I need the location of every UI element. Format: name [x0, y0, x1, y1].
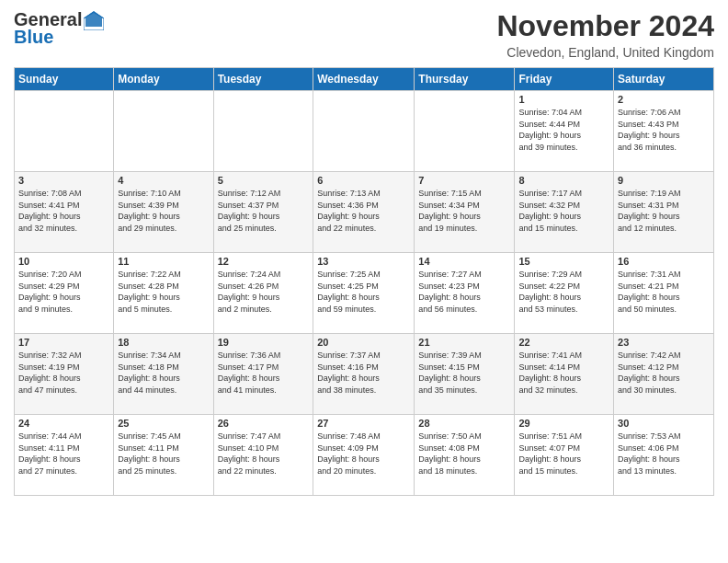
calendar-week-3: 17Sunrise: 7:32 AM Sunset: 4:19 PM Dayli…: [15, 334, 714, 415]
day-number: 20: [317, 337, 410, 348]
logo: General Blue: [14, 9, 104, 48]
calendar-cell: 17Sunrise: 7:32 AM Sunset: 4:19 PM Dayli…: [15, 334, 114, 415]
header-tuesday: Tuesday: [213, 68, 313, 91]
calendar-cell: 24Sunrise: 7:44 AM Sunset: 4:11 PM Dayli…: [15, 415, 114, 496]
day-number: 21: [418, 337, 510, 348]
day-info: Sunrise: 7:10 AM Sunset: 4:39 PM Dayligh…: [118, 188, 209, 234]
day-number: 17: [18, 337, 109, 348]
day-info: Sunrise: 7:12 AM Sunset: 4:37 PM Dayligh…: [218, 188, 310, 234]
calendar-cell: 11Sunrise: 7:22 AM Sunset: 4:28 PM Dayli…: [114, 253, 213, 334]
day-number: 18: [118, 337, 209, 348]
day-number: 26: [218, 418, 310, 429]
day-number: 12: [218, 256, 310, 267]
day-number: 9: [618, 175, 710, 186]
day-number: 23: [618, 337, 710, 348]
calendar-cell: 26Sunrise: 7:47 AM Sunset: 4:10 PM Dayli…: [213, 415, 313, 496]
calendar-week-2: 10Sunrise: 7:20 AM Sunset: 4:29 PM Dayli…: [15, 253, 714, 334]
day-number: 4: [118, 175, 209, 186]
calendar-cell: 15Sunrise: 7:29 AM Sunset: 4:22 PM Dayli…: [515, 253, 614, 334]
day-number: 14: [418, 256, 510, 267]
calendar-cell: [15, 91, 114, 172]
day-info: Sunrise: 7:22 AM Sunset: 4:28 PM Dayligh…: [118, 269, 209, 315]
day-number: 28: [418, 418, 510, 429]
day-number: 29: [518, 418, 609, 429]
calendar-cell: 6Sunrise: 7:13 AM Sunset: 4:36 PM Daylig…: [313, 172, 415, 253]
day-info: Sunrise: 7:42 AM Sunset: 4:12 PM Dayligh…: [618, 350, 710, 396]
calendar-cell: 20Sunrise: 7:37 AM Sunset: 4:16 PM Dayli…: [313, 334, 415, 415]
day-number: 7: [418, 175, 510, 186]
calendar-cell: 7Sunrise: 7:15 AM Sunset: 4:34 PM Daylig…: [415, 172, 515, 253]
day-number: 24: [18, 418, 109, 429]
calendar-cell: 14Sunrise: 7:27 AM Sunset: 4:23 PM Dayli…: [415, 253, 515, 334]
calendar-header-row: Sunday Monday Tuesday Wednesday Thursday…: [15, 68, 714, 91]
header: General Blue November 2024 Clevedon, Eng…: [14, 9, 714, 60]
calendar-cell: 29Sunrise: 7:51 AM Sunset: 4:07 PM Dayli…: [515, 415, 614, 496]
day-number: 22: [518, 337, 609, 348]
header-monday: Monday: [114, 68, 213, 91]
header-wednesday: Wednesday: [313, 68, 415, 91]
title-block: November 2024 Clevedon, England, United …: [496, 9, 714, 60]
calendar-cell: 5Sunrise: 7:12 AM Sunset: 4:37 PM Daylig…: [213, 172, 313, 253]
day-info: Sunrise: 7:19 AM Sunset: 4:31 PM Dayligh…: [618, 188, 710, 234]
day-info: Sunrise: 7:39 AM Sunset: 4:15 PM Dayligh…: [418, 350, 510, 396]
header-sunday: Sunday: [15, 68, 114, 91]
calendar-cell: 2Sunrise: 7:06 AM Sunset: 4:43 PM Daylig…: [614, 91, 714, 172]
day-info: Sunrise: 7:45 AM Sunset: 4:11 PM Dayligh…: [118, 431, 209, 477]
calendar-cell: 19Sunrise: 7:36 AM Sunset: 4:17 PM Dayli…: [213, 334, 313, 415]
calendar-week-4: 24Sunrise: 7:44 AM Sunset: 4:11 PM Dayli…: [15, 415, 714, 496]
calendar-cell: 9Sunrise: 7:19 AM Sunset: 4:31 PM Daylig…: [614, 172, 714, 253]
header-friday: Friday: [515, 68, 614, 91]
day-info: Sunrise: 7:34 AM Sunset: 4:18 PM Dayligh…: [118, 350, 209, 396]
day-number: 11: [118, 256, 209, 267]
calendar-cell: [114, 91, 213, 172]
day-number: 30: [618, 418, 710, 429]
header-thursday: Thursday: [415, 68, 515, 91]
calendar-cell: [415, 91, 515, 172]
month-title: November 2024: [496, 9, 714, 43]
day-info: Sunrise: 7:20 AM Sunset: 4:29 PM Dayligh…: [18, 269, 109, 315]
day-info: Sunrise: 7:32 AM Sunset: 4:19 PM Dayligh…: [18, 350, 109, 396]
calendar-cell: 21Sunrise: 7:39 AM Sunset: 4:15 PM Dayli…: [415, 334, 515, 415]
day-number: 15: [518, 256, 609, 267]
day-info: Sunrise: 7:53 AM Sunset: 4:06 PM Dayligh…: [618, 431, 710, 477]
day-number: 25: [118, 418, 209, 429]
day-info: Sunrise: 7:41 AM Sunset: 4:14 PM Dayligh…: [518, 350, 609, 396]
day-info: Sunrise: 7:47 AM Sunset: 4:10 PM Dayligh…: [218, 431, 310, 477]
calendar-cell: 12Sunrise: 7:24 AM Sunset: 4:26 PM Dayli…: [213, 253, 313, 334]
calendar-cell: 25Sunrise: 7:45 AM Sunset: 4:11 PM Dayli…: [114, 415, 213, 496]
day-number: 13: [317, 256, 410, 267]
day-info: Sunrise: 7:44 AM Sunset: 4:11 PM Dayligh…: [18, 431, 109, 477]
day-number: 16: [618, 256, 710, 267]
logo-icon: [84, 10, 104, 30]
calendar-cell: 10Sunrise: 7:20 AM Sunset: 4:29 PM Dayli…: [15, 253, 114, 334]
calendar-cell: 13Sunrise: 7:25 AM Sunset: 4:25 PM Dayli…: [313, 253, 415, 334]
day-info: Sunrise: 7:24 AM Sunset: 4:26 PM Dayligh…: [218, 269, 310, 315]
day-info: Sunrise: 7:15 AM Sunset: 4:34 PM Dayligh…: [418, 188, 510, 234]
day-info: Sunrise: 7:36 AM Sunset: 4:17 PM Dayligh…: [218, 350, 310, 396]
calendar-cell: [213, 91, 313, 172]
calendar-cell: 28Sunrise: 7:50 AM Sunset: 4:08 PM Dayli…: [415, 415, 515, 496]
calendar-cell: 30Sunrise: 7:53 AM Sunset: 4:06 PM Dayli…: [614, 415, 714, 496]
day-number: 6: [317, 175, 410, 186]
logo-blue: Blue: [14, 27, 53, 48]
day-info: Sunrise: 7:37 AM Sunset: 4:16 PM Dayligh…: [317, 350, 410, 396]
day-number: 27: [317, 418, 410, 429]
day-number: 3: [18, 175, 109, 186]
day-info: Sunrise: 7:31 AM Sunset: 4:21 PM Dayligh…: [618, 269, 710, 315]
day-info: Sunrise: 7:17 AM Sunset: 4:32 PM Dayligh…: [518, 188, 609, 234]
day-number: 19: [218, 337, 310, 348]
calendar-cell: 4Sunrise: 7:10 AM Sunset: 4:39 PM Daylig…: [114, 172, 213, 253]
location: Clevedon, England, United Kingdom: [496, 45, 714, 60]
day-info: Sunrise: 7:04 AM Sunset: 4:44 PM Dayligh…: [518, 107, 609, 153]
day-number: 10: [18, 256, 109, 267]
day-number: 8: [518, 175, 609, 186]
page: General Blue November 2024 Clevedon, Eng…: [0, 0, 728, 563]
calendar-cell: 16Sunrise: 7:31 AM Sunset: 4:21 PM Dayli…: [614, 253, 714, 334]
day-info: Sunrise: 7:27 AM Sunset: 4:23 PM Dayligh…: [418, 269, 510, 315]
calendar-cell: 3Sunrise: 7:08 AM Sunset: 4:41 PM Daylig…: [15, 172, 114, 253]
day-info: Sunrise: 7:48 AM Sunset: 4:09 PM Dayligh…: [317, 431, 410, 477]
day-info: Sunrise: 7:13 AM Sunset: 4:36 PM Dayligh…: [317, 188, 410, 234]
header-saturday: Saturday: [614, 68, 714, 91]
calendar-week-0: 1Sunrise: 7:04 AM Sunset: 4:44 PM Daylig…: [15, 91, 714, 172]
calendar-cell: 1Sunrise: 7:04 AM Sunset: 4:44 PM Daylig…: [515, 91, 614, 172]
